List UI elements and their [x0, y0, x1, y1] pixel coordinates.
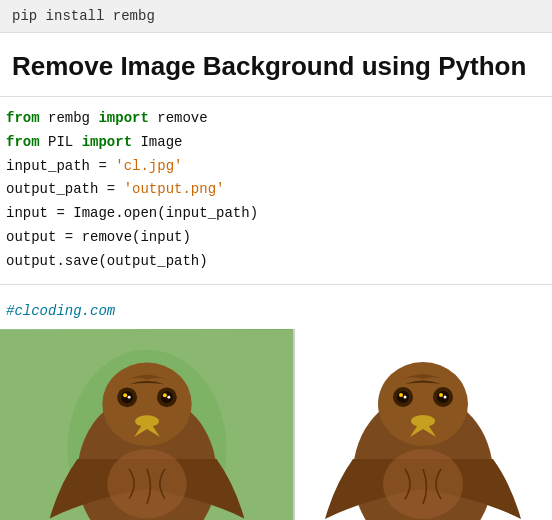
code-line-2: from PIL import Image [6, 131, 542, 155]
svg-point-7 [123, 393, 127, 397]
code-line-6: output = remove(input) [6, 226, 542, 250]
hashtag-link[interactable]: #clcoding.com [0, 295, 552, 329]
image-row [0, 329, 552, 520]
svg-point-20 [397, 391, 409, 403]
svg-point-26 [444, 395, 447, 398]
hawk-nobg-svg [295, 329, 552, 520]
pip-install-bar: pip install rembg [0, 0, 552, 33]
svg-point-12 [167, 395, 170, 398]
code-block: from rembg import remove from PIL import… [0, 96, 552, 285]
svg-point-27 [383, 449, 463, 519]
keyword-import-1: import [98, 110, 148, 126]
hawk-bg-svg [0, 329, 293, 520]
code-line-5: input = Image.open(input_path) [6, 202, 542, 226]
page-title: Remove Image Background using Python [0, 33, 552, 96]
pip-command-text: pip install rembg [12, 8, 155, 24]
svg-point-21 [399, 393, 403, 397]
code-line-7: output.save(output_path) [6, 250, 542, 274]
code-line-3: input_path = 'cl.jpg' [6, 155, 542, 179]
code-line-1: from rembg import remove [6, 107, 542, 131]
code-line-4: output_path = 'output.png' [6, 178, 542, 202]
svg-point-22 [404, 395, 407, 398]
svg-point-14 [135, 415, 159, 427]
svg-point-6 [121, 391, 133, 403]
svg-point-28 [411, 415, 435, 427]
keyword-from-1: from [6, 110, 40, 126]
keyword-import-2: import [82, 134, 132, 150]
svg-point-11 [163, 393, 167, 397]
svg-point-8 [128, 395, 131, 398]
svg-point-25 [439, 393, 443, 397]
svg-point-24 [437, 391, 449, 403]
hawk-image-no-bg [295, 329, 552, 520]
svg-point-10 [161, 391, 173, 403]
hawk-image-with-bg [0, 329, 295, 520]
keyword-from-2: from [6, 134, 40, 150]
svg-point-13 [107, 449, 186, 519]
